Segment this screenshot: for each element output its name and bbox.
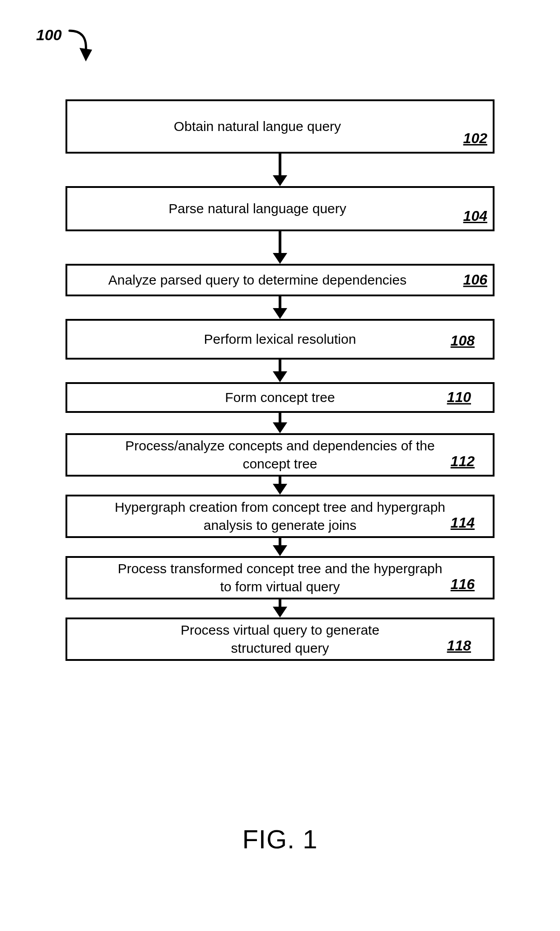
flow-step-text: Form concept tree — [225, 388, 335, 407]
arrow-shaft — [279, 477, 281, 484]
flow-step-text: to form virtual query — [220, 578, 340, 596]
figure-ref-number: 100 — [36, 27, 62, 42]
flow-step-id: 116 — [451, 575, 475, 594]
flow-step-id: 112 — [451, 452, 475, 471]
flow-step-text: Obtain natural langue query — [174, 117, 341, 136]
curved-arrow-icon — [66, 26, 93, 67]
arrow-head — [273, 253, 287, 264]
flow-step-text: Hypergraph creation from concept tree an… — [115, 498, 445, 517]
flow-step-id: 102 — [463, 129, 487, 148]
arrow-head — [273, 308, 287, 319]
flow-step-text: Analyze parsed query to determine depend… — [108, 271, 406, 290]
flow-step-text: structured query — [231, 639, 329, 658]
flow-step-id: 106 — [463, 270, 487, 290]
down-arrow-icon — [273, 599, 287, 618]
flow-step-110: Form concept tree110 — [65, 382, 495, 413]
arrow-head — [273, 607, 287, 618]
arrow-shaft — [279, 360, 281, 371]
flow-step-118: Process virtual query to generatestructu… — [65, 618, 495, 661]
arrow-shaft — [279, 538, 281, 545]
arrow-head — [273, 484, 287, 495]
flow-step-114: Hypergraph creation from concept tree an… — [65, 495, 495, 538]
down-arrow-icon — [273, 538, 287, 556]
flow-step-id: 108 — [451, 331, 475, 351]
flow-step-112: Process/analyze concepts and dependencie… — [65, 433, 495, 477]
flowchart: Obtain natural langue query102Parse natu… — [65, 99, 495, 661]
down-arrow-icon — [273, 413, 287, 433]
flow-step-id: 114 — [451, 513, 475, 533]
arrow-shaft — [279, 599, 281, 607]
down-arrow-icon — [273, 296, 287, 319]
flow-step-text: Process/analyze concepts and dependencie… — [125, 437, 434, 455]
svg-marker-0 — [79, 48, 92, 61]
flow-step-104: Parse natural language query104 — [65, 186, 495, 231]
arrow-head — [273, 175, 287, 186]
arrow-head — [273, 545, 287, 556]
down-arrow-icon — [273, 154, 287, 186]
arrow-shaft — [279, 296, 281, 308]
arrow-head — [273, 371, 287, 382]
arrow-shaft — [279, 413, 281, 422]
flow-step-106: Analyze parsed query to determine depend… — [65, 264, 495, 296]
flow-step-text: Process transformed concept tree and the… — [118, 560, 443, 578]
flow-step-id: 104 — [463, 206, 487, 226]
figure-page: 100 Obtain natural langue query102Parse … — [0, 0, 560, 931]
flow-step-108: Perform lexical resolution108 — [65, 319, 495, 360]
arrow-shaft — [279, 154, 281, 175]
figure-caption: FIG. 1 — [0, 824, 560, 854]
flow-step-text: concept tree — [243, 455, 317, 473]
arrow-shaft — [279, 231, 281, 253]
arrow-head — [273, 422, 287, 433]
flow-step-id: 110 — [447, 388, 471, 407]
flow-step-text: Process virtual query to generate — [181, 621, 379, 640]
flow-step-id: 118 — [447, 636, 471, 655]
flow-step-text: Perform lexical resolution — [204, 330, 356, 349]
flow-step-text: Parse natural language query — [168, 200, 346, 218]
flow-step-text: analysis to generate joins — [204, 516, 357, 535]
down-arrow-icon — [273, 360, 287, 382]
down-arrow-icon — [273, 477, 287, 495]
down-arrow-icon — [273, 231, 287, 264]
flow-step-116: Process transformed concept tree and the… — [65, 556, 495, 599]
flow-step-102: Obtain natural langue query102 — [65, 99, 495, 154]
